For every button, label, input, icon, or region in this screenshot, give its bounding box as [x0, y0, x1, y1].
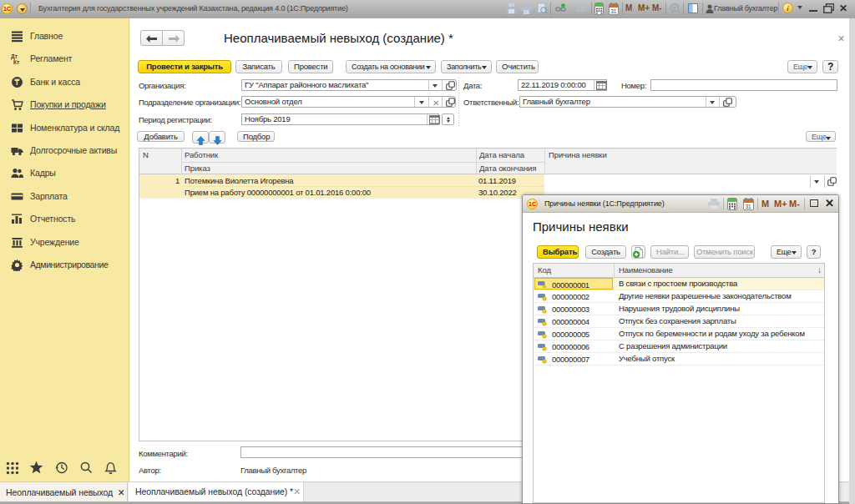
svg-text:Кт: Кт: [13, 59, 19, 65]
svg-text:31: 31: [746, 204, 752, 209]
svg-text:31: 31: [610, 8, 617, 14]
